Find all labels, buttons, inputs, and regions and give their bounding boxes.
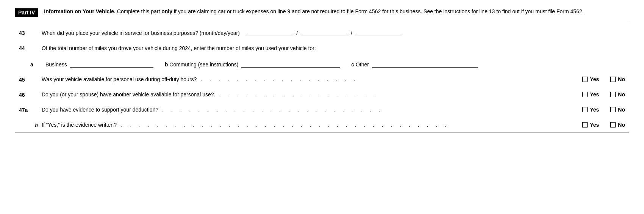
line-47b-yes-checkbox[interactable]: [582, 122, 588, 127]
line-43-year-field[interactable]: [356, 29, 402, 36]
line-47b-options: Yes No: [582, 122, 625, 128]
line-47b-dots: . . . . . . . . . . . . . . . . . . . . …: [117, 122, 582, 128]
line-47b-sublabel: b: [19, 121, 42, 128]
line-44a-business-field[interactable]: [70, 61, 153, 68]
line-47b-yes-label: Yes: [590, 122, 599, 128]
line-43-text: When did you place your vehicle in servi…: [42, 30, 240, 36]
line-47a-row: 47a Do you have evidence to support your…: [15, 106, 629, 113]
line-46-options: Yes No: [582, 91, 625, 98]
line-47a-text: Do you have evidence to support your ded…: [42, 107, 158, 113]
line-46-no-option[interactable]: No: [610, 91, 625, 98]
line-46-text: Do you (or your spouse) have another veh…: [42, 91, 215, 98]
part-description-only: only: [161, 8, 172, 14]
line-46-content: Do you (or your spouse) have another veh…: [42, 91, 582, 98]
line-47a-options: Yes No: [582, 107, 625, 113]
line-47b-content: If “Yes,” is the evidence written? . . .…: [42, 122, 582, 128]
line-47a-no-option[interactable]: No: [610, 107, 625, 113]
line-43-month-field[interactable]: [247, 29, 292, 36]
form-container: Part IV Information on Your Vehicle. Com…: [0, 0, 644, 148]
line-44b-label: b Commuting (see instructions): [165, 61, 239, 68]
line-44c-group: c Other: [351, 61, 478, 68]
part-description-body: Complete this part: [116, 8, 161, 14]
line-46-number: 46: [19, 91, 42, 98]
line-43-row: 43 When did you place your vehicle in se…: [15, 29, 629, 36]
line-47a-dots: . . . . . . . . . . . . . . . . . . . . …: [158, 107, 582, 113]
line-47b-text: If “Yes,” is the evidence written?: [42, 122, 117, 128]
header-divider: [15, 23, 629, 23]
line-44a-sublabel: a: [30, 61, 45, 68]
line-44-row: 44 Of the total number of miles you drov…: [15, 44, 629, 52]
line-47a-number: 47a: [19, 106, 42, 113]
part-header: Part IV Information on Your Vehicle. Com…: [15, 8, 629, 17]
line-45-dots: . . . . . . . . . . . . . . . . . .: [197, 76, 582, 82]
line-46-no-label: No: [618, 91, 625, 98]
line-47b-yes-option[interactable]: Yes: [582, 122, 599, 128]
line-44c-bold: c: [351, 61, 354, 68]
line-44-text: Of the total number of miles you drove y…: [42, 45, 316, 51]
line-47a-yes-option[interactable]: Yes: [582, 107, 599, 113]
line-47a-content: Do you have evidence to support your ded…: [42, 107, 582, 113]
line-45-options: Yes No: [582, 76, 625, 82]
line-45-yes-label: Yes: [590, 76, 599, 82]
part-description-title: Information on Your Vehicle.: [44, 8, 116, 14]
line-47b-row: b If “Yes,” is the evidence written? . .…: [15, 121, 629, 132]
line-45-no-option[interactable]: No: [610, 76, 625, 82]
line-47b-no-checkbox[interactable]: [610, 122, 616, 127]
line-47b-no-label: No: [618, 122, 625, 128]
line-47b-no-option[interactable]: No: [610, 122, 625, 128]
line-43-slash2: /: [349, 30, 355, 36]
line-45-content: Was your vehicle available for personal …: [42, 76, 582, 82]
line-47a-yes-checkbox[interactable]: [582, 107, 588, 112]
line-45-text: Was your vehicle available for personal …: [42, 76, 197, 82]
line-46-yes-checkbox[interactable]: [582, 92, 588, 97]
line-45-yes-option[interactable]: Yes: [582, 76, 599, 82]
line-43-content: When did you place your vehicle in servi…: [42, 29, 625, 36]
line-43-slash1: /: [294, 30, 300, 36]
line-45-no-checkbox[interactable]: [610, 77, 616, 82]
part-label: Part IV: [15, 8, 38, 17]
line-44a-business-label: Business: [45, 61, 67, 68]
line-44c-label: c Other: [351, 61, 369, 68]
line-43-number: 43: [19, 29, 42, 36]
part-description-rest: if you are claiming car or truck expense…: [172, 8, 584, 14]
line-45-number: 45: [19, 76, 42, 83]
line-44c-field[interactable]: [372, 61, 478, 68]
line-46-row: 46 Do you (or your spouse) have another …: [15, 91, 629, 98]
line-44a-row: a Business b Commuting (see instructions…: [15, 61, 629, 68]
line-43-day-field[interactable]: [302, 29, 347, 36]
line-47a-no-label: No: [618, 107, 625, 113]
line-44b-group: b Commuting (see instructions): [165, 61, 340, 68]
line-44b-text: Commuting (see instructions): [168, 61, 238, 68]
line-47a-no-checkbox[interactable]: [610, 107, 616, 112]
line-46-yes-option[interactable]: Yes: [582, 91, 599, 98]
line-46-no-checkbox[interactable]: [610, 92, 616, 97]
line-46-dots: . . . . . . . . . . . . . . . . . .: [215, 91, 582, 98]
line-44-content: Of the total number of miles you drove y…: [42, 44, 625, 52]
line-45-row: 45 Was your vehicle available for person…: [15, 76, 629, 83]
line-45-no-label: No: [618, 76, 625, 82]
line-44c-text: Other: [354, 61, 369, 68]
line-44a-business-group: Business: [45, 61, 153, 68]
line-47a-yes-label: Yes: [590, 107, 599, 113]
line-44-number: 44: [19, 44, 42, 51]
part-description: Information on Your Vehicle. Complete th…: [44, 8, 583, 16]
line-45-yes-checkbox[interactable]: [582, 77, 588, 82]
line-46-yes-label: Yes: [590, 91, 599, 98]
line-44b-field[interactable]: [241, 61, 340, 68]
